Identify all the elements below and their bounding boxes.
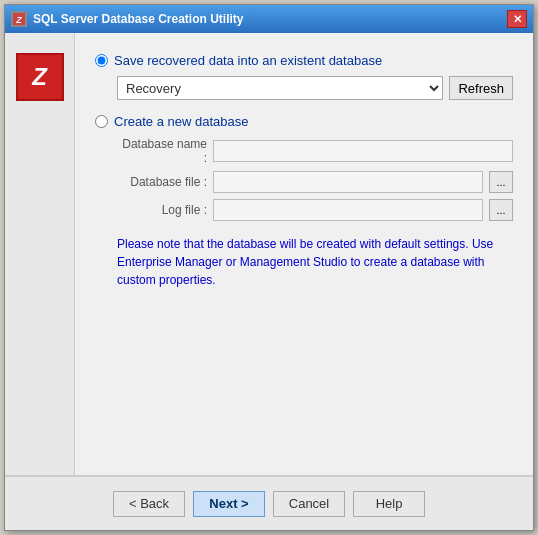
db-name-input[interactable] xyxy=(213,140,513,162)
log-file-input[interactable] xyxy=(213,199,483,221)
close-button[interactable]: ✕ xyxy=(507,10,527,28)
log-file-browse-button[interactable]: ... xyxy=(489,199,513,221)
help-button[interactable]: Help xyxy=(353,491,425,517)
option1-group: Save recovered data into an existent dat… xyxy=(95,53,513,100)
back-button[interactable]: < Back xyxy=(113,491,185,517)
main-panel: Save recovered data into an existent dat… xyxy=(75,33,533,475)
db-name-label: Database name : xyxy=(117,137,207,165)
db-file-browse-button[interactable]: ... xyxy=(489,171,513,193)
option2-label[interactable]: Create a new database xyxy=(114,114,248,129)
title-bar: Z SQL Server Database Creation Utility ✕ xyxy=(5,5,533,33)
next-button[interactable]: Next > xyxy=(193,491,265,517)
app-logo: Z xyxy=(16,53,64,101)
cancel-button[interactable]: Cancel xyxy=(273,491,345,517)
bottom-bar: < Back Next > Cancel Help xyxy=(5,476,533,530)
option2-row: Create a new database xyxy=(95,114,513,129)
option1-radio[interactable] xyxy=(95,54,108,67)
db-name-row: Database name : xyxy=(117,137,513,165)
db-file-row: Database file : ... xyxy=(117,171,513,193)
option1-label[interactable]: Save recovered data into an existent dat… xyxy=(114,53,382,68)
window-icon: Z xyxy=(11,11,27,27)
db-file-input[interactable] xyxy=(213,171,483,193)
svg-text:Z: Z xyxy=(15,15,22,25)
logo-letter: Z xyxy=(32,63,47,91)
dropdown-row: Recovery Refresh xyxy=(117,76,513,100)
option1-row: Save recovered data into an existent dat… xyxy=(95,53,513,68)
left-panel: Z xyxy=(5,33,75,475)
option2-radio[interactable] xyxy=(95,115,108,128)
new-db-form: Database name : Database file : ... Log … xyxy=(117,137,513,221)
content-area: Z Save recovered data into an existent d… xyxy=(5,33,533,475)
log-file-row: Log file : ... xyxy=(117,199,513,221)
main-window: Z SQL Server Database Creation Utility ✕… xyxy=(4,4,534,531)
window-title: SQL Server Database Creation Utility xyxy=(33,12,244,26)
option2-group: Create a new database Database name : Da… xyxy=(95,114,513,221)
title-bar-left: Z SQL Server Database Creation Utility xyxy=(11,11,244,27)
db-file-label: Database file : xyxy=(117,175,207,189)
log-file-label: Log file : xyxy=(117,203,207,217)
refresh-button[interactable]: Refresh xyxy=(449,76,513,100)
recovery-dropdown[interactable]: Recovery xyxy=(117,76,443,100)
info-text: Please note that the database will be cr… xyxy=(117,235,513,289)
